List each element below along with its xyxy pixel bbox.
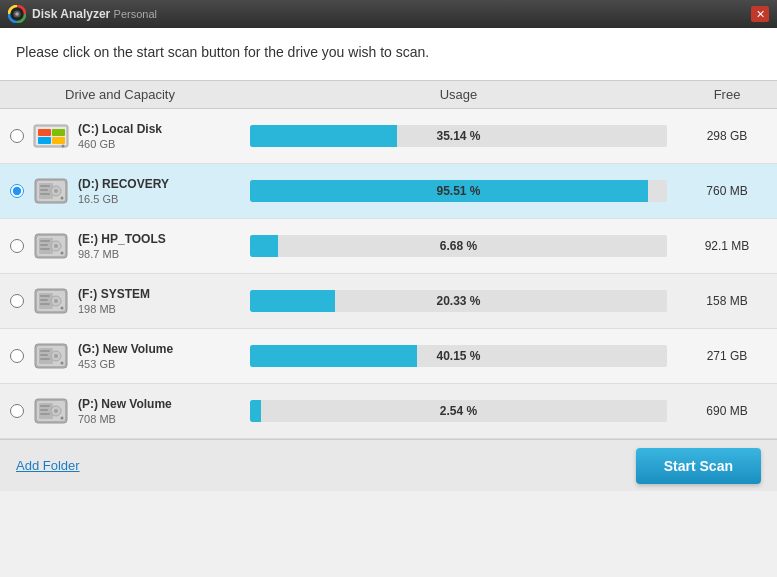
drive-radio-c[interactable] bbox=[10, 129, 24, 143]
svg-point-14 bbox=[54, 189, 58, 193]
title-bar-left: Disk Analyzer Personal bbox=[8, 5, 157, 23]
svg-point-18 bbox=[61, 197, 64, 200]
drive-radio-g[interactable] bbox=[10, 349, 24, 363]
svg-point-54 bbox=[61, 417, 64, 420]
svg-rect-51 bbox=[40, 405, 50, 407]
drive-free-label: 760 MB bbox=[677, 164, 777, 219]
drive-name-label: (P:) New Volume bbox=[78, 397, 172, 411]
table-row[interactable]: (G:) New Volume453 GB40.15 %271 GB bbox=[0, 329, 777, 384]
close-button[interactable]: ✕ bbox=[751, 6, 769, 22]
drive-usage-cell: 20.33 % bbox=[240, 274, 677, 329]
svg-rect-43 bbox=[40, 354, 48, 356]
svg-rect-25 bbox=[40, 244, 48, 246]
svg-rect-53 bbox=[40, 413, 50, 415]
usage-label: 35.14 % bbox=[436, 129, 480, 143]
drive-free-label: 158 MB bbox=[677, 274, 777, 329]
drive-icon-f bbox=[32, 282, 70, 320]
svg-point-2 bbox=[15, 12, 19, 16]
svg-rect-5 bbox=[38, 129, 51, 136]
table-header: Drive and Capacity Usage Free bbox=[0, 81, 777, 109]
drive-name-label: (E:) HP_TOOLS bbox=[78, 232, 166, 246]
usage-label: 2.54 % bbox=[440, 404, 477, 418]
table-row[interactable]: (D:) RECOVERY16.5 GB95.51 %760 MB bbox=[0, 164, 777, 219]
header-free: Free bbox=[677, 81, 777, 109]
svg-point-9 bbox=[62, 145, 65, 148]
header-drive: Drive and Capacity bbox=[0, 81, 240, 109]
drive-usage-cell: 40.15 % bbox=[240, 329, 677, 384]
drive-capacity-label: 98.7 MB bbox=[78, 248, 166, 260]
app-logo-icon bbox=[8, 5, 26, 23]
svg-point-27 bbox=[61, 252, 64, 255]
drive-usage-cell: 2.54 % bbox=[240, 384, 677, 439]
main-content: Please click on the start scan button fo… bbox=[0, 28, 777, 80]
table-row[interactable]: (F:) SYSTEM198 MB20.33 %158 MB bbox=[0, 274, 777, 329]
drive-free-label: 690 MB bbox=[677, 384, 777, 439]
drive-icon-d bbox=[32, 172, 70, 210]
usage-bar-fill bbox=[250, 290, 335, 312]
drive-capacity-label: 453 GB bbox=[78, 358, 173, 370]
drive-name-label: (D:) RECOVERY bbox=[78, 177, 169, 191]
drive-info-cell: (E:) HP_TOOLS98.7 MB bbox=[0, 219, 240, 274]
svg-point-23 bbox=[54, 244, 58, 248]
svg-point-41 bbox=[54, 354, 58, 358]
svg-rect-15 bbox=[40, 185, 50, 187]
usage-bar-container: 6.68 % bbox=[250, 235, 667, 257]
title-bar: Disk Analyzer Personal ✕ bbox=[0, 0, 777, 28]
svg-rect-6 bbox=[52, 129, 65, 136]
svg-rect-35 bbox=[40, 303, 50, 305]
drive-free-label: 298 GB bbox=[677, 109, 777, 164]
usage-bar-fill bbox=[250, 235, 278, 257]
drive-table: Drive and Capacity Usage Free (C:) Local… bbox=[0, 80, 777, 439]
drive-radio-d[interactable] bbox=[10, 184, 24, 198]
app-title: Disk Analyzer Personal bbox=[32, 7, 157, 21]
drive-capacity-label: 16.5 GB bbox=[78, 193, 169, 205]
drive-icon-e bbox=[32, 227, 70, 265]
drive-name-label: (G:) New Volume bbox=[78, 342, 173, 356]
drive-free-label: 92.1 MB bbox=[677, 219, 777, 274]
usage-bar-fill bbox=[250, 400, 261, 422]
drive-name-label: (F:) SYSTEM bbox=[78, 287, 150, 301]
svg-point-50 bbox=[54, 409, 58, 413]
table-row[interactable]: (P:) New Volume708 MB2.54 %690 MB bbox=[0, 384, 777, 439]
header-usage: Usage bbox=[240, 81, 677, 109]
drive-radio-f[interactable] bbox=[10, 294, 24, 308]
usage-bar-container: 35.14 % bbox=[250, 125, 667, 147]
svg-rect-52 bbox=[40, 409, 48, 411]
drive-capacity-label: 708 MB bbox=[78, 413, 172, 425]
table-row[interactable]: (C:) Local Disk460 GB35.14 %298 GB bbox=[0, 109, 777, 164]
add-folder-button[interactable]: Add Folder bbox=[16, 458, 80, 473]
drive-icon-g bbox=[32, 337, 70, 375]
svg-point-45 bbox=[61, 362, 64, 365]
svg-point-36 bbox=[61, 307, 64, 310]
svg-rect-33 bbox=[40, 295, 50, 297]
svg-point-32 bbox=[54, 299, 58, 303]
svg-rect-26 bbox=[40, 248, 50, 250]
drive-name-label: (C:) Local Disk bbox=[78, 122, 162, 136]
usage-label: 40.15 % bbox=[436, 349, 480, 363]
start-scan-button[interactable]: Start Scan bbox=[636, 448, 761, 484]
svg-rect-17 bbox=[40, 193, 50, 195]
drive-usage-cell: 95.51 % bbox=[240, 164, 677, 219]
svg-rect-42 bbox=[40, 350, 50, 352]
drive-icon-c bbox=[32, 117, 70, 155]
svg-rect-34 bbox=[40, 299, 48, 301]
svg-rect-24 bbox=[40, 240, 50, 242]
drive-info-cell: (D:) RECOVERY16.5 GB bbox=[0, 164, 240, 219]
svg-rect-8 bbox=[52, 137, 65, 144]
drive-table-wrapper: Drive and Capacity Usage Free (C:) Local… bbox=[0, 80, 777, 439]
usage-bar-container: 20.33 % bbox=[250, 290, 667, 312]
drive-free-label: 271 GB bbox=[677, 329, 777, 384]
drive-radio-e[interactable] bbox=[10, 239, 24, 253]
table-row[interactable]: (E:) HP_TOOLS98.7 MB6.68 %92.1 MB bbox=[0, 219, 777, 274]
drive-usage-cell: 6.68 % bbox=[240, 219, 677, 274]
drive-info-cell: (P:) New Volume708 MB bbox=[0, 384, 240, 439]
drive-icon-p bbox=[32, 392, 70, 430]
instruction-text: Please click on the start scan button fo… bbox=[16, 44, 761, 72]
usage-label: 95.51 % bbox=[436, 184, 480, 198]
svg-rect-16 bbox=[40, 189, 48, 191]
usage-bar-container: 2.54 % bbox=[250, 400, 667, 422]
usage-bar-fill bbox=[250, 125, 397, 147]
svg-rect-44 bbox=[40, 358, 50, 360]
drive-radio-p[interactable] bbox=[10, 404, 24, 418]
usage-label: 20.33 % bbox=[436, 294, 480, 308]
